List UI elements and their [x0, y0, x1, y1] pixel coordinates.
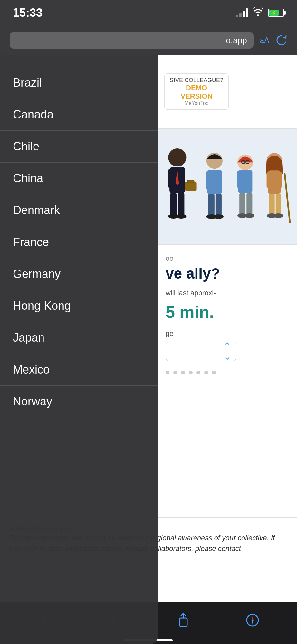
demo-badge-line2: DEMOVERSION: [170, 84, 223, 100]
svg-rect-35: [269, 194, 275, 215]
country-label-norway: Norway: [13, 395, 52, 408]
status-time: 15:33: [13, 6, 43, 20]
wifi-icon: [253, 7, 263, 19]
compass-button[interactable]: [240, 611, 265, 630]
country-item-hong-kong[interactable]: Hong Kong: [0, 290, 158, 322]
country-item-denmark[interactable]: Denmark: [0, 194, 158, 226]
svg-rect-33: [267, 172, 271, 188]
country-item-france[interactable]: France: [0, 226, 158, 258]
people-illustration: [158, 129, 297, 245]
country-item-germany[interactable]: Germany: [0, 258, 158, 290]
status-icons: ⚡: [236, 7, 284, 19]
svg-rect-34: [278, 172, 282, 188]
svg-rect-27: [246, 193, 252, 215]
svg-rect-15: [208, 194, 215, 216]
country-label-mexico: Mexico: [13, 363, 50, 376]
url-text: o.app: [226, 35, 247, 45]
svg-rect-10: [187, 180, 194, 183]
pagination-dots: [166, 371, 289, 374]
chevron-updown-icon: ⌃⌄: [224, 341, 231, 362]
country-item-japan[interactable]: Japan: [0, 322, 158, 354]
svg-rect-3: [178, 169, 184, 188]
country-label-canada: Canada: [13, 108, 53, 121]
svg-point-0: [168, 148, 186, 166]
highlight-text: 5 min.: [166, 302, 289, 322]
svg-line-32: [285, 174, 290, 222]
text-size-button[interactable]: aA: [260, 36, 269, 45]
country-list: ArgentinaAustriaBrazilCanadaChileChinaDe…: [0, 0, 158, 417]
svg-rect-24: [237, 171, 242, 188]
dot-5: [196, 371, 200, 374]
country-item-brazil[interactable]: Brazil: [0, 67, 158, 99]
demo-badge: SIVE COLLEAGUE? DEMOVERSION MeYouToo: [164, 73, 229, 110]
share-button[interactable]: [170, 611, 196, 630]
demo-banner-area: SIVE COLLEAGUE? DEMOVERSION MeYouToo: [158, 55, 297, 129]
main-heading: ve ally?: [166, 265, 289, 282]
url-bar[interactable]: o.app: [10, 32, 254, 49]
svg-rect-5: [170, 193, 177, 216]
dot-2: [173, 371, 177, 374]
svg-rect-14: [216, 171, 221, 189]
country-label-japan: Japan: [13, 331, 44, 344]
svg-point-29: [244, 213, 254, 218]
svg-rect-26: [239, 193, 245, 215]
svg-rect-2: [168, 169, 175, 188]
battery-icon: ⚡: [268, 9, 284, 17]
dot-6: [204, 371, 208, 374]
status-bar: 15:33 ⚡: [0, 0, 297, 26]
demo-badge-line3: MeYouToo: [170, 100, 223, 106]
age-dropdown[interactable]: ⌃⌄: [166, 342, 236, 361]
country-dropdown-overlay: ArgentinaAustriaBrazilCanadaChileChinaDe…: [0, 0, 158, 644]
country-label-denmark: Denmark: [13, 204, 60, 217]
svg-rect-36: [276, 194, 281, 215]
country-label-germany: Germany: [13, 267, 61, 280]
dot-3: [181, 371, 185, 374]
webpage-text-content: oo ve ally? will last approxi- 5 min. ge…: [158, 245, 297, 384]
signal-icon: [236, 8, 248, 17]
svg-rect-13: [206, 171, 212, 189]
country-item-mexico[interactable]: Mexico: [0, 354, 158, 386]
svg-rect-6: [178, 193, 184, 216]
dot-1: [166, 371, 169, 374]
svg-rect-25: [246, 171, 251, 188]
age-label: ge: [166, 329, 289, 338]
country-item-canada[interactable]: Canada: [0, 99, 158, 131]
svg-rect-16: [216, 194, 222, 216]
demo-badge-line1: SIVE COLLEAGUE?: [170, 77, 223, 84]
dot-7: [212, 371, 216, 374]
country-label-france: France: [13, 235, 49, 249]
country-item-chile[interactable]: Chile: [0, 131, 158, 163]
reload-button[interactable]: [276, 34, 287, 46]
dot-4: [189, 371, 193, 374]
country-label-china: China: [13, 172, 43, 185]
svg-rect-9: [185, 182, 196, 191]
svg-point-18: [213, 214, 224, 219]
country-label-hong-kong: Hong Kong: [13, 299, 71, 312]
country-item-norway[interactable]: Norway: [0, 386, 158, 417]
svg-point-8: [176, 214, 186, 219]
small-label: oo: [166, 254, 289, 263]
svg-point-38: [273, 213, 283, 218]
svg-rect-39: [179, 618, 187, 626]
country-label-brazil: Brazil: [13, 76, 42, 89]
country-item-china[interactable]: China: [0, 163, 158, 194]
browser-bar: o.app aA: [0, 26, 297, 55]
sub-text: will last approxi-: [166, 289, 289, 297]
country-label-chile: Chile: [13, 140, 39, 153]
